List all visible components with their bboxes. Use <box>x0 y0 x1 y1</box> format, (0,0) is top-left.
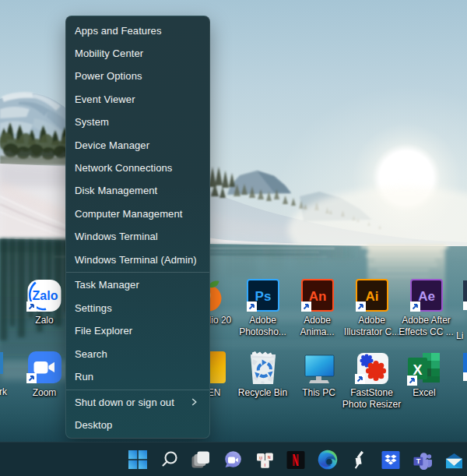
svg-text:Ai: Ai <box>365 289 378 304</box>
svg-text:T: T <box>416 457 421 465</box>
svg-text:An: An <box>308 289 326 304</box>
svg-text:N: N <box>267 455 270 460</box>
svg-text:Ae: Ae <box>418 289 435 304</box>
svg-text:X: X <box>413 362 422 378</box>
svg-text:Zalo: Zalo <box>33 289 58 302</box>
svg-text:Ps: Ps <box>255 289 271 304</box>
svg-text:U: U <box>259 456 262 460</box>
